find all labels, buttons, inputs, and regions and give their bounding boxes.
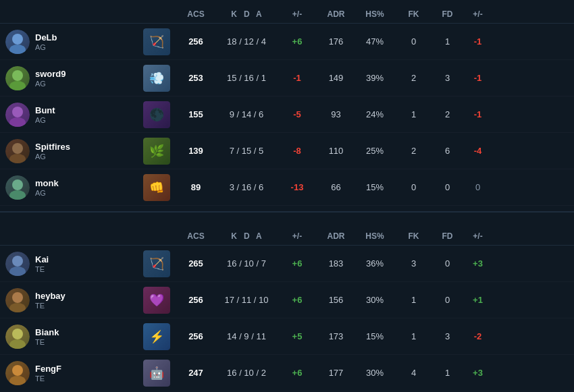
header-fk: FK <box>395 8 432 20</box>
svg-point-17 <box>9 376 26 385</box>
svg-point-9 <box>9 190 26 200</box>
stat-kda-monk: 3 / 16 / 6 <box>216 181 277 194</box>
avatar-circle-spitfires <box>5 139 30 163</box>
player-row-delb[interactable]: DeLb AG 🏹 256 18 / 12 / 4 +6 176 47% 0 1… <box>0 24 574 60</box>
stat-acs-biank: 256 <box>176 330 216 343</box>
player-team-sword9: AG <box>35 80 66 88</box>
stat-fk-heybay: 1 <box>395 293 432 306</box>
stat-fd-delb: 1 <box>432 35 463 48</box>
agent-icon-kai: 🏹 <box>143 250 170 277</box>
player-info-heybay: heybay TE 💜 <box>0 287 176 314</box>
player-row-spitfires[interactable]: Spitfires AG 🌿 139 7 / 15 / 5 -8 110 25%… <box>0 133 574 169</box>
player-team-kai: TE <box>35 265 49 273</box>
header-acs-te: ACS <box>176 230 216 242</box>
player-name-monk: monk <box>35 178 59 188</box>
header-adr: ADR <box>317 8 355 20</box>
player-name-heybay: heybay <box>35 291 66 301</box>
avatar-kai <box>5 252 30 276</box>
stat-pm2-kai: +3 <box>463 257 493 270</box>
stat-adr-heybay: 156 <box>317 293 355 306</box>
stat-pm-bunt: -5 <box>277 108 317 121</box>
stat-fd-heybay: 0 <box>432 293 463 306</box>
header-fd: FD <box>432 8 463 20</box>
svg-point-11 <box>9 267 26 276</box>
stat-fd-bunt: 2 <box>432 108 463 121</box>
stat-adr-monk: 66 <box>317 181 355 194</box>
name-tag-delb: DeLb AG <box>35 32 57 51</box>
player-info-monk: monk AG 👊 <box>0 174 176 201</box>
avatar-monk <box>5 175 30 200</box>
player-name-bunt: Bunt <box>35 105 55 115</box>
stat-pm-monk: -13 <box>277 181 317 194</box>
stat-pm-heybay: +6 <box>277 293 317 306</box>
player-row-kai[interactable]: Kai TE 🏹 265 16 / 10 / 7 +6 183 36% 3 0 … <box>0 246 574 282</box>
stat-fk-sword9: 2 <box>395 72 432 84</box>
agent-icon-monk: 👊 <box>143 174 170 201</box>
stat-fk-kai: 3 <box>395 257 432 270</box>
agent-shape-delb: 🏹 <box>143 28 170 55</box>
header-acs: ACS <box>176 8 216 20</box>
player-info-kai: Kai TE 🏹 <box>0 250 176 277</box>
player-info-bunt: Bunt AG 🌑 <box>0 101 176 128</box>
player-row-heybay[interactable]: heybay TE 💜 256 17 / 11 / 10 +6 156 30% … <box>0 282 574 318</box>
svg-point-0 <box>12 34 23 45</box>
stat-adr-fengf: 177 <box>317 366 355 379</box>
stat-adr-bunt: 93 <box>317 108 355 121</box>
avatar-circle-bunt <box>5 103 30 127</box>
stat-pm2-delb: -1 <box>463 35 493 48</box>
header-kda-te: K D A <box>216 230 277 242</box>
player-team-bunt: AG <box>35 116 55 124</box>
stat-hs-delb: 47% <box>355 35 395 48</box>
stat-kda-kai: 16 / 10 / 7 <box>216 257 277 270</box>
header-kda: K D A <box>216 8 277 20</box>
player-row-sword9[interactable]: sword9 AG 💨 253 15 / 16 / 1 -1 149 39% 2… <box>0 60 574 96</box>
stat-hs-heybay: 30% <box>355 293 395 306</box>
agent-shape-spitfires: 🌿 <box>143 138 170 165</box>
player-row-monk[interactable]: monk AG 👊 89 3 / 16 / 6 -13 66 15% 0 0 0 <box>0 169 574 206</box>
stat-pm2-biank: -2 <box>463 330 493 343</box>
stat-pm-kai: +6 <box>277 257 317 270</box>
stat-acs-sword9: 253 <box>176 72 216 84</box>
avatar-circle-sword9 <box>5 66 30 90</box>
svg-point-2 <box>12 70 23 81</box>
stat-hs-kai: 36% <box>355 257 395 270</box>
player-row-bunt[interactable]: Bunt AG 🌑 155 9 / 14 / 6 -5 93 24% 1 2 -… <box>0 96 574 133</box>
avatar-circle-delb <box>5 30 30 54</box>
avatar-circle-heybay <box>5 288 30 312</box>
header-fd-te: FD <box>432 230 463 242</box>
avatar-biank <box>5 325 30 349</box>
svg-point-13 <box>9 303 26 312</box>
player-row-fengf[interactable]: FengF TE 🤖 247 16 / 10 / 2 +6 177 30% 4 … <box>0 355 574 391</box>
stat-pm-biank: +5 <box>277 330 317 343</box>
header-adr-te: ADR <box>317 230 355 242</box>
player-name-fengf: FengF <box>35 364 61 374</box>
agent-shape-monk: 👊 <box>143 174 170 201</box>
stat-pm-delb: +6 <box>277 35 317 48</box>
avatar-circle-biank <box>5 325 30 349</box>
player-team-fengf: TE <box>35 374 61 383</box>
player-info-spitfires: Spitfires AG 🌿 <box>0 138 176 165</box>
stat-pm2-monk: 0 <box>463 181 493 194</box>
header-hs-te: HS% <box>355 230 395 242</box>
stat-pm-fengf: +6 <box>277 366 317 379</box>
team-ag-section: ACS K D A +/- ADR HS% FK FD +/- DeLb AG <box>0 5 574 206</box>
stat-pm-sword9: -1 <box>277 72 317 84</box>
agent-icon-bunt: 🌑 <box>143 101 170 128</box>
stat-kda-heybay: 17 / 11 / 10 <box>216 293 277 306</box>
player-name-kai: Kai <box>35 254 49 264</box>
team-te-header: ACS K D A +/- ADR HS% FK FD +/- <box>0 227 574 246</box>
avatar-fengf <box>5 361 30 385</box>
agent-shape-bunt: 🌑 <box>143 101 170 128</box>
player-name-delb: DeLb <box>35 32 57 43</box>
stat-hs-sword9: 39% <box>355 72 395 84</box>
player-team-delb: AG <box>35 43 57 51</box>
player-row-biank[interactable]: Biank TE ⚡ 256 14 / 9 / 11 +5 173 15% 1 … <box>0 318 574 355</box>
stat-pm2-spitfires: -4 <box>463 144 493 157</box>
svg-point-14 <box>12 329 23 339</box>
stat-fd-sword9: 3 <box>432 72 463 84</box>
stat-fk-spitfires: 2 <box>395 144 432 157</box>
svg-point-12 <box>12 292 23 303</box>
stat-fk-monk: 0 <box>395 181 432 194</box>
stat-fd-monk: 0 <box>432 181 463 194</box>
agent-icon-spitfires: 🌿 <box>143 138 170 165</box>
